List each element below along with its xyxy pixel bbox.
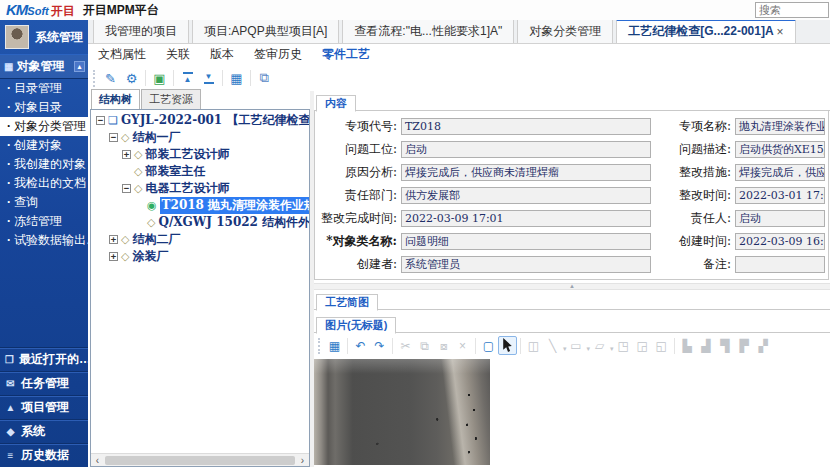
field-input-correction-finish-time[interactable]: 2022-03-09 17:01 <box>401 210 651 227</box>
group-icon[interactable]: ◳ <box>614 336 633 355</box>
collapse-icon[interactable]: − <box>122 184 131 193</box>
tab-view-flow[interactable]: 查看流程:"电...性能要求1]A" <box>342 19 514 43</box>
sidebar-group-history-data[interactable]: ≡历史数据 <box>0 443 88 467</box>
sidebar-group-system[interactable]: ◆系统 <box>0 419 88 443</box>
field-input-correction-time[interactable]: 2022-03-01 17:01 <box>735 187 825 204</box>
sidebar-item-test-data-export[interactable]: 试验数据输出… <box>0 231 88 250</box>
tab-part-process[interactable]: 零件工艺 <box>322 46 370 63</box>
collapse-icon[interactable]: − <box>96 116 105 125</box>
delete-icon[interactable]: × <box>453 336 472 355</box>
line-tool-icon[interactable]: ╲ <box>543 336 562 355</box>
copy-document-icon[interactable]: ⧉ <box>254 68 275 88</box>
sidebar-group-task-management[interactable]: ✉任务管理 <box>0 371 88 395</box>
sidebar-group-project-management[interactable]: ▲项目管理 <box>0 395 88 419</box>
sidebar-item-catalog-management[interactable]: 目录管理 <box>0 79 88 98</box>
marquee-select-icon[interactable]: ▢ <box>479 336 498 355</box>
field-input-creator[interactable]: 系统管理员 <box>401 256 651 273</box>
search-input[interactable] <box>755 2 829 18</box>
align-right-icon[interactable]: ▜ <box>716 336 735 355</box>
field-input-object-class-name[interactable]: 问题明细 <box>401 233 651 250</box>
tab-relations[interactable]: 关联 <box>166 46 190 63</box>
user-avatar[interactable] <box>5 25 29 49</box>
tab-review-history[interactable]: 签审历史 <box>254 46 302 63</box>
expand-icon[interactable]: + <box>109 252 118 261</box>
sidebar-group-recently-opened[interactable]: ❒最近打开的…▾ <box>0 347 88 371</box>
field-input-corrective-action[interactable]: 焊接完成后，供应商必 <box>735 164 825 181</box>
sidebar-item-object-classification[interactable]: 对象分类管理 <box>0 117 88 136</box>
stamp-icon[interactable]: ◫ <box>524 336 543 355</box>
field-input-responsible-department[interactable]: 供方发展部 <box>401 187 651 204</box>
undo-icon[interactable]: ↶ <box>351 336 370 355</box>
tab-project-apqp[interactable]: 项目:APQP典型项目[A] <box>192 19 339 43</box>
tab-structure-tree[interactable]: 结构树 <box>91 89 140 109</box>
collapse-icon[interactable]: − <box>109 133 118 142</box>
expand-icon[interactable]: + <box>109 235 118 244</box>
scroll-right-icon[interactable]: › <box>296 455 309 466</box>
edit-table-icon[interactable]: ▦ <box>226 68 247 88</box>
import-folder-icon[interactable]: ▣ <box>149 68 170 88</box>
align-bottom-icon[interactable]: ▞ <box>754 336 773 355</box>
tab-content[interactable]: 内容 <box>316 95 356 112</box>
tree-node[interactable]: −◇结构一厂 <box>93 129 309 146</box>
sidebar-item-my-created-objects[interactable]: 我创建的对象 <box>0 155 88 174</box>
cut-icon[interactable]: ✂ <box>396 336 415 355</box>
collapse-top-icon[interactable]: ▲ <box>177 68 198 88</box>
sidebar-section-object-management[interactable]: ▦ 对象管理 ▴ <box>0 54 88 79</box>
tab-process-discipline-check[interactable]: 工艺纪律检查[G...22-001]A× <box>616 19 795 43</box>
tree-node[interactable]: ◇部装室主任 <box>93 163 309 180</box>
tab-image-untitled[interactable]: 图片(无标题) <box>316 317 396 334</box>
sidebar-item-create-object[interactable]: 创建对象 <box>0 136 88 155</box>
attachment-photo[interactable] <box>314 359 490 465</box>
toolbar-grip[interactable] <box>93 70 95 87</box>
field-input-remarks[interactable] <box>735 256 825 273</box>
align-center-icon[interactable]: ▟ <box>697 336 716 355</box>
ungroup-icon[interactable]: ◲ <box>633 336 652 355</box>
grid-icon[interactable]: ▦ <box>325 336 344 355</box>
polygon-tool-icon[interactable]: ▱ <box>590 336 609 355</box>
copy-icon[interactable]: ⧉ <box>415 336 434 355</box>
paste-icon[interactable]: ⧇ <box>434 336 453 355</box>
align-top-icon[interactable]: ▛ <box>735 336 754 355</box>
scrollbar-thumb[interactable] <box>105 456 295 465</box>
tab-my-projects[interactable]: 我管理的项目 <box>93 19 189 43</box>
field-input-responsible-person[interactable]: 启动 <box>735 210 825 227</box>
tree-node[interactable]: +◇涂装厂 <box>93 248 309 265</box>
redo-icon[interactable]: ↷ <box>370 336 389 355</box>
tab-document-properties[interactable]: 文档属性 <box>98 46 146 63</box>
edit-object-icon[interactable]: ✎ <box>100 68 121 88</box>
expand-icon[interactable]: + <box>122 150 131 159</box>
horizontal-splitter[interactable]: ▲ <box>314 283 830 290</box>
toolbar-grip[interactable] <box>318 338 320 354</box>
sidebar-item-freeze-management[interactable]: 冻结管理 <box>0 212 88 231</box>
field-input-special-code[interactable]: TZ018 <box>401 118 651 135</box>
field-input-create-time[interactable]: 2022-03-09 16:59 <box>735 233 825 250</box>
sidebar-item-my-checked-out-docs[interactable]: 我检出的文档 <box>0 174 88 193</box>
edit-properties-icon[interactable]: ⚙ <box>121 68 142 88</box>
tab-process-resources[interactable]: 工艺资源 <box>141 89 201 109</box>
tab-process-sketch[interactable]: 工艺简图 <box>316 294 378 311</box>
tab-object-classification[interactable]: 对象分类管理 <box>517 19 613 43</box>
tree-node[interactable]: +◇结构二厂 <box>93 231 309 248</box>
field-input-cause-analysis[interactable]: 焊接完成后，供应商未清理焊瘤 <box>401 164 651 181</box>
tree-horizontal-scrollbar[interactable]: ‹ › <box>91 453 309 466</box>
field-input-special-name[interactable]: 抛丸清理涂装作业规范 <box>735 118 825 135</box>
collapse-bottom-icon[interactable]: ▼ <box>198 68 219 88</box>
align-left-icon[interactable]: ▙ <box>678 336 697 355</box>
sidebar-item-object-catalog[interactable]: 对象目录 <box>0 98 88 117</box>
sidebar-item-query[interactable]: 查询 <box>0 193 88 212</box>
collapse-section-icon[interactable]: ▴ <box>74 61 85 72</box>
tab-versions[interactable]: 版本 <box>210 46 234 63</box>
tree-node[interactable]: +◇部装工艺设计师 <box>93 146 309 163</box>
cursor-icon[interactable] <box>498 336 517 355</box>
field-input-problem-description[interactable]: 启动供货的XE15/20车架 <box>735 141 825 158</box>
flip-icon[interactable]: ◱ <box>652 336 671 355</box>
tree-node[interactable]: ◉T2018 抛丸清理涂装作业规范 <box>93 197 309 214</box>
tab-close-icon[interactable]: × <box>777 25 784 39</box>
rect-tool-icon[interactable]: ▭ <box>567 336 586 355</box>
field-input-problem-station[interactable]: 启动 <box>401 141 651 158</box>
tree-node[interactable]: ◇Q/XGWJ 15022 结构件外观质量要求 <box>93 214 309 231</box>
tree-node[interactable]: −❏GYJL-2022-001 【工艺纪律检查】 <box>93 112 309 129</box>
tree-node[interactable]: −◇电器工艺设计师 <box>93 180 309 197</box>
scroll-left-icon[interactable]: ‹ <box>91 455 104 466</box>
collapse-up-icon[interactable]: ▲ <box>569 283 575 289</box>
